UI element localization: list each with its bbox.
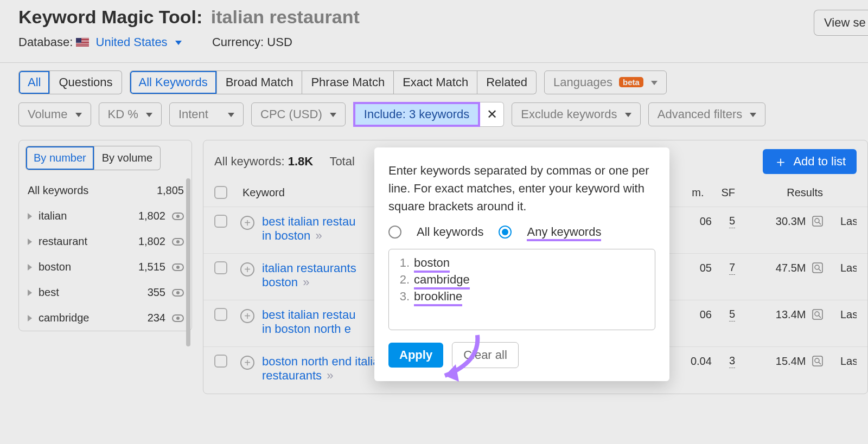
chevron-down-icon [228,113,234,117]
chevron-right-icon [28,213,32,220]
sidebar-scrollbar[interactable] [186,178,190,444]
svg-rect-3 [813,263,822,273]
tab-allkw[interactable]: All Keywords [130,70,217,94]
eye-icon[interactable] [172,263,184,271]
col-keyword[interactable]: Keyword [242,186,285,199]
beta-badge: beta [619,77,643,87]
popover-instructions: Enter keywords separated by commas or on… [388,162,655,215]
include-filter[interactable]: Include: 3 keywords [353,102,480,127]
tab-phrase[interactable]: Phrase Match [302,70,394,94]
exclude-filter[interactable]: Exclude keywords [512,102,640,126]
chevron-down-icon [146,113,152,117]
svg-rect-6 [813,310,822,319]
select-all-checkbox[interactable] [214,186,227,199]
row-checkbox[interactable] [214,355,227,368]
chevron-right-icon [28,289,32,296]
svg-point-1 [815,218,819,223]
svg-line-8 [819,316,821,318]
expand-icon[interactable]: + [240,356,254,370]
expand-icon[interactable]: + [240,216,254,230]
query-string: italian restaurant [211,7,360,27]
col-sf[interactable]: SF [721,186,735,199]
chevron-right-icon [28,315,32,321]
close-icon: ✕ [487,107,497,122]
chevron-right-icon [28,239,32,245]
tab-related[interactable]: Related [477,70,537,94]
chevron-down-icon [330,113,336,117]
radio-all-label[interactable]: All keywords [417,225,483,239]
volume-filter[interactable]: Volume [18,102,91,126]
radio-any-keywords[interactable] [499,226,512,239]
include-filter-wrap: Include: 3 keywords ✕ [353,102,504,127]
keyword-group-sidebar: By number By volume All keywords 1,805 i… [18,140,192,331]
keyword-link[interactable]: best italian restau in boston north e [262,308,355,336]
svg-line-2 [819,222,821,224]
row-checkbox[interactable] [214,215,227,228]
row-checkbox[interactable] [214,308,227,321]
eye-icon[interactable] [172,314,184,322]
add-to-list-button[interactable]: ＋ Add to list [763,149,857,174]
all-keywords-value: 1.8K [288,155,313,168]
database-label: Database: [18,35,73,49]
kd-filter[interactable]: KD % [99,102,162,126]
svg-point-4 [815,265,819,269]
chevron-down-icon [75,113,82,117]
tool-name: Keyword Magic Tool: [18,7,202,27]
tab-questions[interactable]: Questions [50,70,122,94]
tab-all[interactable]: All [18,70,50,94]
total-label: Total [329,155,354,168]
svg-line-5 [819,269,821,271]
svg-rect-0 [813,216,822,226]
keyword-link[interactable]: best italian restau in boston » [262,215,355,243]
svg-line-11 [819,362,821,364]
include-keywords-textarea[interactable]: 1.boston 2.cambridge 3.brookline [388,249,655,330]
eye-icon[interactable] [172,289,184,297]
chevron-down-icon [175,41,182,45]
chevron-down-icon [625,113,631,117]
magnifier-icon[interactable] [812,356,823,366]
view-search-button[interactable]: View se [814,10,868,36]
chevron-right-icon [28,264,32,271]
clear-all-button[interactable]: Clear all [452,342,519,368]
eye-icon[interactable] [172,238,184,246]
sidebar-item[interactable]: italian 1,802 [19,203,192,229]
chevron-down-icon [750,113,756,117]
include-clear-button[interactable]: ✕ [480,102,504,127]
page-title: Keyword Magic Tool: italian restaurant [18,7,850,28]
col-results[interactable]: Results [752,186,823,199]
row-checkbox[interactable] [214,261,227,274]
col-com[interactable]: m. [692,186,704,199]
languages-filter[interactable]: Languages beta [544,70,667,94]
sidebar-item[interactable]: restaurant 1,802 [19,229,192,254]
currency-value: USD [267,35,292,49]
tab-by-volume[interactable]: By volume [94,146,161,170]
keyword-link[interactable]: italian restaurants boston » [262,261,356,289]
svg-point-7 [815,312,819,316]
sidebar-item[interactable]: boston 1,515 [19,254,192,280]
apply-button[interactable]: Apply [388,343,443,368]
sidebar-all-keywords[interactable]: All keywords 1,805 [19,178,192,203]
magnifier-icon[interactable] [812,216,823,227]
sidebar-item[interactable]: best 355 [19,280,192,305]
page-header: Keyword Magic Tool: italian restaurant D… [0,0,868,59]
expand-icon[interactable]: + [240,309,254,323]
radio-any-label[interactable]: Any keywords [527,225,601,239]
tab-exact[interactable]: Exact Match [394,70,477,94]
magnifier-icon[interactable] [812,262,823,273]
tab-broad[interactable]: Broad Match [217,70,303,94]
magnifier-icon[interactable] [812,309,823,320]
currency-label: Currency: [212,35,264,49]
sidebar-item[interactable]: cambridge 234 [19,305,192,331]
cpc-filter[interactable]: CPC (USD) [251,102,346,126]
eye-icon[interactable] [172,213,184,220]
database-select[interactable]: United States [96,35,185,49]
advanced-filter[interactable]: Advanced filters [648,102,766,126]
intent-filter[interactable]: Intent [169,102,244,126]
radio-all-keywords[interactable] [388,226,401,239]
svg-rect-9 [813,356,822,366]
chevron-down-icon [651,81,658,85]
keyword-link[interactable]: boston north end italian restaurants » [262,355,386,383]
tab-by-number[interactable]: By number [25,146,94,170]
match-toggle: All Keywords Broad Match Phrase Match Ex… [130,70,537,94]
expand-icon[interactable]: + [240,262,254,276]
